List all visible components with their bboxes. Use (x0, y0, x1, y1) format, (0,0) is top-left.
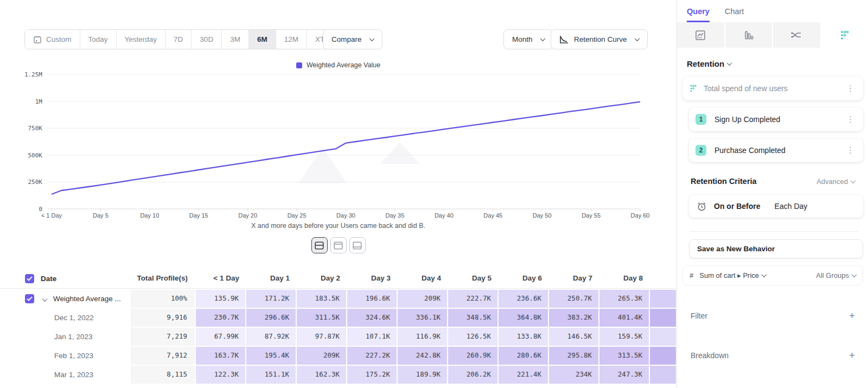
retention-value-cell: 311.5K (296, 308, 347, 327)
header-date-cell: Date (0, 269, 130, 288)
header-date-label: Date (41, 275, 56, 283)
header-day6: Day 6 (498, 269, 548, 288)
check-icon (27, 276, 33, 281)
retention-value-cell: 209K (397, 289, 448, 308)
header-total-profiles: Total Profile(s) (130, 269, 195, 288)
x-tick-label: Day 5 (93, 212, 108, 219)
retention-criteria-row: Retention Criteria Advanced (691, 177, 855, 186)
breakdown-label: Breakdown (691, 351, 729, 360)
step-card-2[interactable]: 2 Purchase Completed ⋮ (689, 138, 863, 162)
row-checkbox[interactable] (25, 294, 34, 303)
step-event-label: Sign Up Completed (714, 115, 844, 124)
retention-value-cell: 97.87K (296, 327, 347, 346)
advanced-dropdown[interactable]: Advanced (816, 177, 855, 186)
retention-value-cell: 348.5K (448, 308, 498, 327)
x-tick-label: Day 35 (385, 212, 404, 219)
retention-value-cell: 242.8K (397, 346, 448, 365)
measure-property-dropdown[interactable]: Sum of cart ▸ Price (699, 271, 766, 279)
retention-value-cell: 260.9K (448, 346, 498, 365)
retention-line-chart (0, 0, 676, 233)
retention-value-cell: 133.8K (498, 327, 548, 346)
tab-chart[interactable]: Chart (725, 7, 744, 22)
report-type-funnels[interactable] (725, 22, 773, 48)
layout-toggle-chart-top-view[interactable] (330, 237, 347, 253)
header-day5: Day 5 (448, 269, 498, 288)
retention-value-cell: 122.3K (195, 365, 246, 384)
breakdown-section: Breakdown + (691, 350, 855, 360)
insights-icon (695, 30, 706, 41)
table-top-view-icon (353, 241, 362, 250)
partial-day9-cell (649, 308, 676, 327)
retention-value-cell: 236.6K (498, 289, 548, 308)
sidebar-tabs: Query Chart (677, 0, 868, 22)
row-date-label: Dec 1, 2022 (0, 314, 94, 322)
filter-label: Filter (691, 311, 707, 320)
header-sliver (649, 269, 676, 288)
check-icon (27, 296, 33, 301)
window-dropdown[interactable]: Each Day (775, 202, 808, 211)
retention-value-cell: 324.6K (347, 308, 397, 327)
retention-value-cell: 126.5K (448, 327, 498, 346)
advanced-label: Advanced (816, 177, 848, 186)
retention-section-header[interactable]: Retention (687, 59, 868, 68)
tab-query[interactable]: Query (687, 7, 710, 22)
report-type-retention[interactable] (821, 22, 868, 48)
report-type-flows[interactable] (773, 22, 820, 48)
step-number-badge: 1 (695, 114, 706, 125)
retention-criteria-label: Retention Criteria (691, 177, 757, 186)
retention-value-cell: 227.2K (347, 346, 397, 365)
retention-value-cell: 221.4K (498, 365, 548, 384)
layout-toggle-table-top-view[interactable] (349, 237, 366, 253)
chevron-down-icon (762, 272, 767, 277)
add-filter-button[interactable]: + (849, 310, 855, 321)
x-tick-label: < 1 Day (41, 212, 62, 219)
y-tick-label: 750K (10, 125, 42, 132)
kebab-menu-icon[interactable]: ⋮ (844, 84, 857, 93)
header-day8: Day 8 (599, 269, 649, 288)
retention-value-cell: 107.1K (347, 327, 397, 346)
step-card-1[interactable]: 1 Sign Up Completed ⋮ (689, 107, 863, 131)
partial-day9-cell (649, 346, 676, 365)
row-date-cell: Feb 1, 2023 (0, 346, 130, 365)
x-axis-caption: X and more days before your Users came b… (0, 222, 676, 230)
x-tick-label: Day 45 (483, 212, 502, 219)
chevron-down-icon (42, 296, 48, 302)
table-row: Weighted Average ...100%135.9K171.2K183.… (0, 289, 676, 308)
retention-report-app: CustomTodayYesterday7D30D3M6M12MXTD Comp… (0, 0, 868, 388)
retention-value-cell: 196.6K (347, 289, 397, 308)
report-type-insights[interactable] (677, 22, 724, 48)
kebab-menu-icon[interactable]: ⋮ (844, 115, 857, 124)
retention-value-cell: 230.7K (195, 308, 246, 327)
add-breakdown-button[interactable]: + (849, 350, 855, 360)
retention-value-cell: 116.9K (397, 327, 448, 346)
groups-dropdown[interactable]: All Groups (816, 271, 856, 279)
y-tick-label: 1M (10, 98, 42, 105)
save-as-new-behavior-button[interactable]: Save as New Behavior (689, 239, 863, 258)
retention-value-cell: 401.4K (599, 308, 649, 327)
layout-toggle-group (0, 237, 676, 253)
retention-value-cell: 336.1K (397, 308, 448, 327)
measure-row: # Sum of cart ▸ Price All Groups (682, 265, 863, 285)
table-row: Dec 1, 20229,916230.7K296.6K311.5K324.6K… (0, 308, 676, 327)
split-view-icon (315, 241, 324, 250)
kebab-menu-icon[interactable]: ⋮ (844, 145, 857, 155)
layout-toggle-split-view[interactable] (311, 237, 328, 253)
row-expand-chevron[interactable] (43, 294, 47, 304)
y-tick-label: 0 (10, 206, 42, 213)
condition-dropdown[interactable]: On or Before (714, 202, 761, 211)
header-day2: Day 2 (296, 269, 347, 288)
retention-table: DateTotal Profile(s)< 1 DayDay 1Day 2Day… (0, 269, 676, 384)
header-1day: < 1 Day (195, 269, 246, 288)
retention-value-cell: 87.92K (246, 327, 296, 346)
select-all-checkbox[interactable] (25, 274, 34, 283)
main-content: CustomTodayYesterday7D30D3M6M12MXTD Comp… (0, 0, 676, 388)
total-profiles-cell: 7,219 (130, 327, 195, 346)
retention-value-cell: 364.8K (498, 308, 548, 327)
report-type-tiles (677, 22, 868, 48)
header-day7: Day 7 (548, 269, 599, 288)
retention-value-cell: 135.9K (195, 289, 246, 308)
retention-value-cell: 206.2K (448, 365, 498, 384)
behavior-card[interactable]: Total spend of new users ⋮ (682, 77, 863, 100)
y-tick-label: 250K (10, 179, 42, 186)
measure-property-label: Sum of cart ▸ Price (699, 271, 759, 279)
